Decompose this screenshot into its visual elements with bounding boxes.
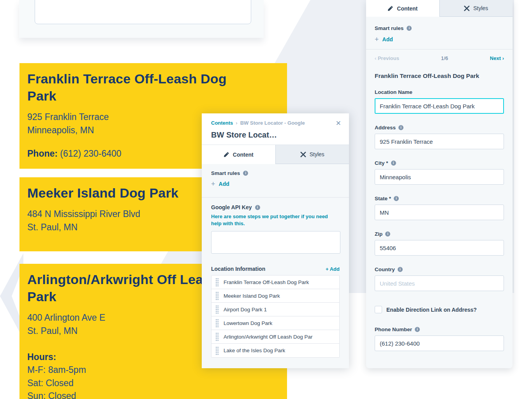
- country-label: Country: [375, 267, 504, 272]
- smart-rules-label: Smart rules: [211, 170, 340, 176]
- address-field-block: Address: [375, 125, 504, 149]
- hours-label: Hours:: [27, 352, 56, 362]
- city-input[interactable]: [375, 169, 504, 185]
- previous-button[interactable]: Previous: [375, 55, 399, 61]
- location-list: Franklin Terrace Off-Leash Dog Park Meek…: [211, 275, 340, 358]
- info-icon[interactable]: [391, 161, 396, 166]
- sidebar-body: Smart rules + Add Previous 1/6 Next Fran…: [366, 17, 513, 368]
- popup-title: BW Store Locat…: [211, 131, 340, 139]
- direction-link-checkbox[interactable]: [375, 306, 382, 313]
- tab-content[interactable]: Content: [366, 0, 439, 17]
- phone-input[interactable]: [375, 335, 504, 351]
- settings-sidebar: Content Styles Smart rules + Add Previou…: [366, 0, 513, 368]
- smart-rules-add-button[interactable]: + Add: [375, 36, 504, 43]
- location-name-field-block: Location Name: [375, 89, 504, 114]
- next-button[interactable]: Next: [490, 55, 504, 61]
- location-list-item[interactable]: Arlington/Arkwright Off Leash Dog Par: [211, 330, 339, 344]
- sidebar-tabbar: Content Styles: [366, 0, 513, 17]
- drag-handle-icon[interactable]: [215, 278, 219, 286]
- location-list-item[interactable]: Franklin Terrace Off-Leash Dog Park: [211, 275, 339, 289]
- popup-header: Contents › BW Store Locator - Google BW …: [202, 113, 349, 145]
- phone-value: (612) 230-6400: [60, 148, 121, 159]
- zip-field-block: Zip: [375, 231, 504, 256]
- module-editor-popup: Contents › BW Store Locator - Google BW …: [202, 113, 349, 368]
- info-icon[interactable]: [255, 205, 260, 210]
- info-icon[interactable]: [407, 26, 412, 31]
- state-label: State *: [375, 196, 504, 201]
- location-list-item[interactable]: Lake of the Isles Dog Park: [211, 344, 339, 357]
- address-input[interactable]: [375, 134, 504, 149]
- info-icon[interactable]: [415, 327, 420, 332]
- country-input[interactable]: [375, 275, 504, 291]
- pencil-icon: [224, 152, 229, 157]
- tab-content[interactable]: Content: [202, 145, 275, 164]
- drag-handle-icon[interactable]: [215, 305, 219, 314]
- page-position: 1/6: [441, 55, 448, 61]
- phone-label: Phone Number: [375, 327, 504, 332]
- google-api-key-help-link[interactable]: Here are some steps we put together if y…: [211, 213, 340, 227]
- phone-field-block: Phone Number: [375, 327, 504, 351]
- smart-rules-label: Smart rules: [375, 25, 504, 31]
- address-label: Address: [375, 125, 504, 131]
- city-field-block: City *: [375, 160, 504, 185]
- google-api-key-label: Google API Key: [211, 204, 340, 210]
- tab-label: Styles: [473, 5, 488, 11]
- city-label: City *: [375, 160, 504, 166]
- state-input[interactable]: [375, 205, 504, 220]
- location-list-item[interactable]: Airport Dog Park 1: [211, 303, 339, 316]
- card-title: Franklin Terrace Off-Leash Dog Park: [27, 70, 253, 104]
- drag-handle-icon[interactable]: [215, 346, 219, 355]
- drag-handle-icon[interactable]: [215, 319, 219, 327]
- info-icon[interactable]: [398, 267, 403, 272]
- breadcrumb: Contents › BW Store Locator - Google: [211, 120, 340, 126]
- divider: [202, 197, 349, 198]
- breadcrumb-chevron-icon: ›: [236, 120, 237, 126]
- location-add-button[interactable]: + Add: [326, 266, 340, 272]
- popup-tabbar: Content Styles: [202, 145, 349, 164]
- pencil-icon: [388, 5, 393, 11]
- info-icon[interactable]: [243, 171, 248, 176]
- breadcrumb-current: BW Store Locator - Google: [240, 120, 305, 126]
- location-heading: Franklin Terrace Off-Leash Dog Park: [375, 72, 504, 79]
- tab-label: Content: [397, 5, 417, 12]
- plus-icon: +: [211, 180, 215, 187]
- plus-icon: +: [375, 36, 379, 43]
- info-icon[interactable]: [385, 231, 390, 237]
- preview-empty-box: [35, 0, 251, 24]
- country-field-block: Country: [375, 267, 504, 291]
- tab-label: Content: [233, 152, 254, 158]
- state-field-block: State *: [375, 196, 504, 220]
- direction-link-label: Enable Direction Link on Address?: [386, 307, 477, 313]
- location-information-header: Location Information + Add: [211, 266, 340, 272]
- preview-top-card: [19, 0, 264, 38]
- location-list-item[interactable]: Lowertown Dog Park: [211, 316, 339, 330]
- zip-input[interactable]: [375, 240, 504, 256]
- location-list-item[interactable]: Meeker Island Dog Park: [211, 289, 339, 303]
- hours-line-3: Sun: Closed: [27, 390, 279, 399]
- hours-line-2: Sat: Closed: [27, 377, 279, 390]
- drag-handle-icon[interactable]: [215, 332, 219, 341]
- drag-handle-icon[interactable]: [215, 291, 219, 300]
- location-name-input[interactable]: [375, 98, 504, 114]
- close-icon[interactable]: [336, 120, 341, 127]
- breadcrumb-contents-link[interactable]: Contents: [211, 120, 233, 126]
- tab-label: Styles: [310, 151, 324, 157]
- google-api-key-input[interactable]: [211, 231, 340, 254]
- paintbrush-icon: [464, 5, 470, 11]
- location-name-label: Location Name: [375, 89, 504, 95]
- info-icon[interactable]: [398, 125, 403, 130]
- zip-label: Zip: [375, 231, 504, 237]
- tab-styles[interactable]: Styles: [439, 0, 513, 17]
- popup-body: Smart rules + Add Google API Key Here ar…: [202, 164, 349, 368]
- phone-label: Phone:: [27, 148, 58, 159]
- tab-styles[interactable]: Styles: [275, 145, 349, 164]
- info-icon[interactable]: [394, 196, 399, 201]
- smart-rules-add-button[interactable]: + Add: [211, 180, 340, 187]
- location-information-label: Location Information: [211, 266, 265, 272]
- direction-link-row: Enable Direction Link on Address?: [375, 306, 504, 313]
- pagination: Previous 1/6 Next: [375, 49, 504, 61]
- paintbrush-icon: [300, 152, 306, 157]
